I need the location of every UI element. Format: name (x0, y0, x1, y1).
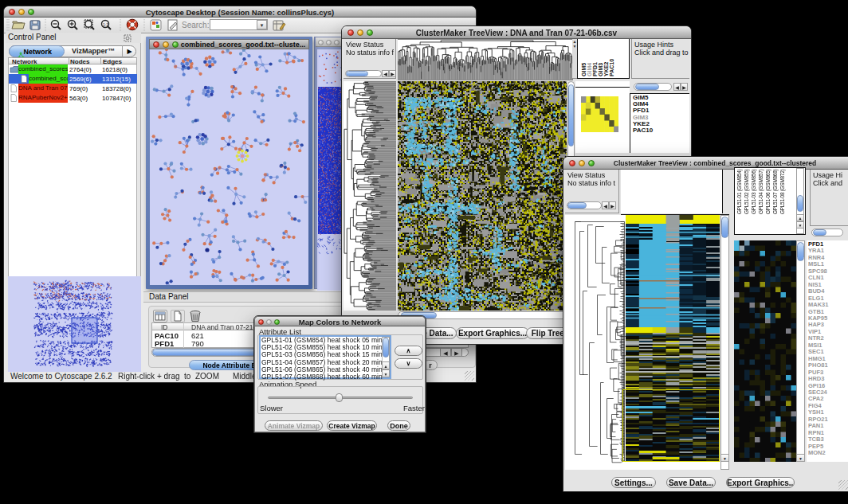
svg-text:1:1: 1:1 (103, 22, 108, 27)
